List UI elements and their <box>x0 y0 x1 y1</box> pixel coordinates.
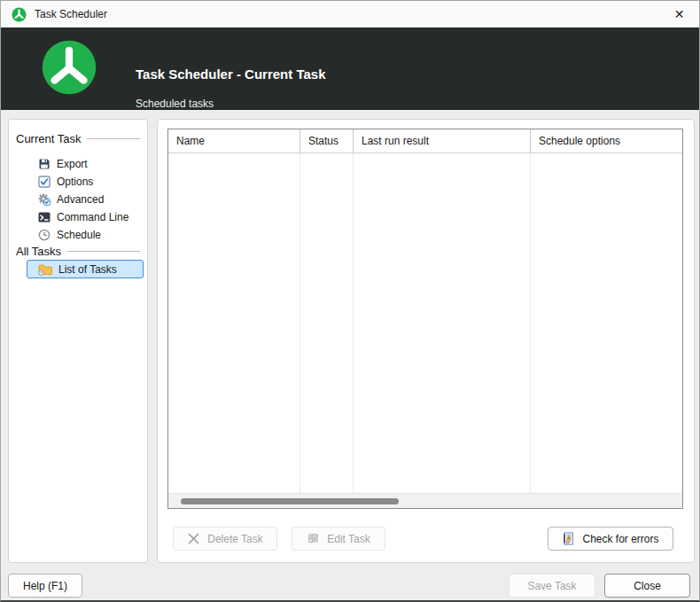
edit-task-label: Edit Task <box>327 533 369 545</box>
group-divider <box>87 138 140 139</box>
gear-check-icon <box>38 193 51 206</box>
sidebar-item-label: Export <box>57 158 88 170</box>
banner-title: Task Scheduler - Current Task <box>136 66 326 82</box>
sidebar-item-label: List of Tasks <box>58 263 117 276</box>
sidebar-item-command-line[interactable]: Command Line <box>27 208 144 226</box>
close-label: Close <box>634 580 661 592</box>
help-label: Help (F1) <box>23 580 67 592</box>
main-panel: Name Status Last run result Schedule opt… <box>157 119 695 563</box>
column-header-schedule-options[interactable]: Schedule options <box>531 129 682 152</box>
group-divider <box>67 251 140 252</box>
floppy-disk-icon <box>38 158 51 170</box>
clock-icon <box>38 229 51 241</box>
check-for-errors-label: Check for errors <box>582 533 658 545</box>
column-body-schedule-options <box>531 153 682 493</box>
horizontal-scrollbar-thumb[interactable] <box>181 498 399 504</box>
column-header-name[interactable]: Name <box>168 129 300 152</box>
title-bar: Task Scheduler ✕ <box>1 1 699 27</box>
save-task-button[interactable]: Save Task <box>509 574 595 598</box>
sidebar-item-label: Options <box>57 176 93 188</box>
task-list-view: Name Status Last run result Schedule opt… <box>167 129 683 509</box>
task-list-body <box>168 153 682 493</box>
sidebar-item-options[interactable]: Options <box>27 173 144 191</box>
sidebar-item-export[interactable]: Export <box>27 155 144 173</box>
scheduler-logo-icon <box>40 38 98 97</box>
horizontal-scrollbar[interactable] <box>168 493 682 508</box>
banner-subtitle: Scheduled tasks <box>136 98 214 110</box>
group-all-tasks: All Tasks <box>16 244 140 259</box>
sidebar-item-label: Schedule <box>57 229 101 241</box>
task-scheduler-window: Task Scheduler ✕ Task Scheduler - Curren… <box>0 0 700 602</box>
close-icon: ✕ <box>674 7 685 21</box>
app-logo-icon <box>12 7 27 22</box>
group-current-task: Current Task <box>16 131 140 146</box>
delete-x-icon <box>187 532 200 545</box>
header-banner: Task Scheduler - Current Task Scheduled … <box>1 27 699 110</box>
error-report-icon <box>562 532 575 545</box>
help-button[interactable]: Help (F1) <box>8 574 82 598</box>
sidebar: Current Task Export Options <box>8 119 148 563</box>
column-header-status[interactable]: Status <box>300 129 354 152</box>
close-button[interactable]: Close <box>604 574 690 598</box>
check-for-errors-button[interactable]: Check for errors <box>548 527 673 551</box>
save-task-label: Save Task <box>527 580 576 592</box>
sidebar-item-list-of-tasks[interactable]: List of Tasks <box>27 260 144 278</box>
window-title: Task Scheduler <box>35 8 107 20</box>
edit-task-button[interactable]: Edit Task <box>292 527 385 551</box>
group-label: Current Task <box>16 132 81 145</box>
sidebar-item-label: Advanced <box>57 193 104 206</box>
column-body-last-run-result <box>354 153 531 493</box>
column-body-name <box>168 153 300 493</box>
sidebar-item-schedule[interactable]: Schedule <box>27 226 144 244</box>
column-body-status <box>300 153 354 493</box>
edit-task-icon <box>307 532 320 545</box>
sidebar-item-advanced[interactable]: Advanced <box>27 191 144 208</box>
column-header-last-run-result[interactable]: Last run result <box>354 129 531 152</box>
checkbox-icon <box>38 176 51 188</box>
folder-clock-icon <box>38 263 52 276</box>
delete-task-button[interactable]: Delete Task <box>173 527 277 551</box>
task-list-header: Name Status Last run result Schedule opt… <box>168 129 682 153</box>
sidebar-item-label: Command Line <box>57 211 128 223</box>
terminal-icon <box>38 211 51 223</box>
group-label: All Tasks <box>16 245 61 258</box>
delete-task-label: Delete Task <box>207 533 262 545</box>
close-window-button[interactable]: ✕ <box>659 1 699 27</box>
